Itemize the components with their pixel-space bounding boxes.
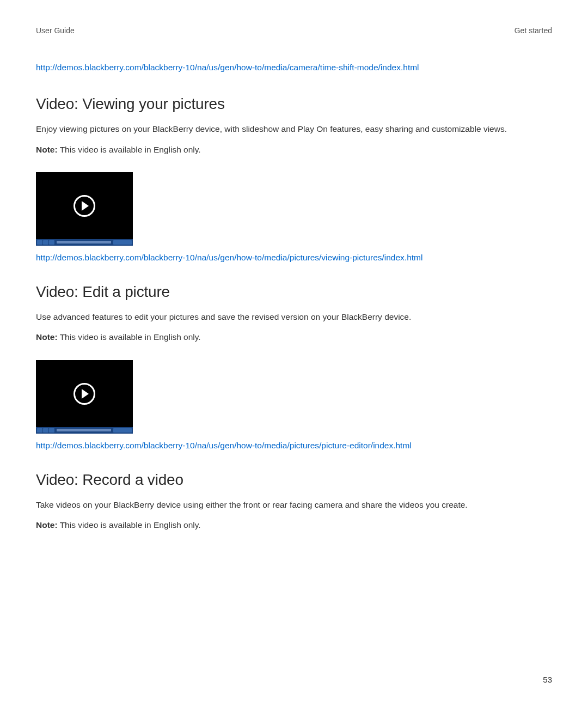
page-number: 53 [543,675,552,684]
note-label: Note: [36,145,58,154]
control-time-display [113,240,132,245]
note-label: Note: [36,520,58,530]
page-header: User Guide Get started [36,26,552,35]
control-forward-icon [49,428,54,433]
section-note: Note: This video is available in English… [36,331,552,343]
note-text: This video is available in English only. [58,145,201,154]
control-rewind-icon [43,240,48,245]
section-note: Note: This video is available in English… [36,519,552,531]
control-play-icon [37,428,42,433]
play-triangle-icon [82,389,89,399]
header-left: User Guide [36,26,75,35]
control-progress-track [57,429,111,431]
play-icon [74,383,95,405]
section-edit-picture: Video: Edit a picture Use advanced featu… [36,283,552,452]
video-thumbnail[interactable] [36,172,133,246]
video-control-bar [36,427,133,434]
play-icon [74,195,95,217]
control-time-display [113,428,132,433]
control-rewind-icon [43,428,48,433]
section-heading: Video: Record a video [36,471,552,489]
section-link[interactable]: http://demos.blackberry.com/blackberry-1… [36,251,552,264]
section-body: Enjoy viewing pictures on your BlackBerr… [36,123,552,135]
section-link[interactable]: http://demos.blackberry.com/blackberry-1… [36,439,552,452]
note-text: This video is available in English only. [58,332,201,342]
top-link[interactable]: http://demos.blackberry.com/blackberry-1… [36,61,552,74]
section-record-video: Video: Record a video Take videos on you… [36,471,552,532]
control-progress-track [57,241,111,244]
section-body: Use advanced features to edit your pictu… [36,311,552,323]
header-right: Get started [514,26,552,35]
note-label: Note: [36,332,58,342]
control-play-icon [37,240,42,245]
section-viewing-pictures: Video: Viewing your pictures Enjoy viewi… [36,95,552,264]
section-note: Note: This video is available in English… [36,143,552,156]
play-triangle-icon [82,201,89,211]
section-heading: Video: Viewing your pictures [36,95,552,113]
note-text: This video is available in English only. [58,520,201,530]
section-body: Take videos on your BlackBerry device us… [36,498,552,511]
video-control-bar [36,239,133,246]
control-forward-icon [49,240,54,245]
section-heading: Video: Edit a picture [36,283,552,301]
video-thumbnail[interactable] [36,360,133,434]
